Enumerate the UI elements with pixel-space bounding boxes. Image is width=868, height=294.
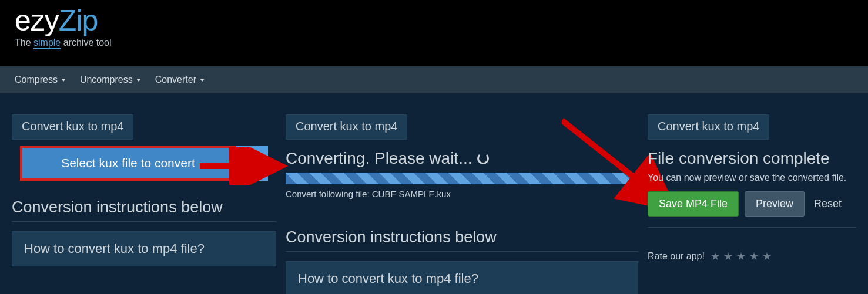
heart-icon: ♡ [247, 156, 257, 170]
star-icon[interactable]: ★ [711, 250, 720, 263]
save-button[interactable]: Save MP4 File [648, 191, 739, 217]
instructions-title: Conversion instructions below [12, 198, 276, 217]
logo[interactable]: ezyZip [15, 6, 853, 35]
divider [12, 221, 276, 222]
reset-button[interactable]: Reset [814, 198, 842, 210]
select-file-dropdown[interactable]: ♡ [236, 146, 268, 181]
spinner-icon [477, 153, 489, 164]
done-title: File conversion complete [648, 149, 856, 168]
nav-uncompress[interactable]: Uncompress [80, 75, 141, 85]
card-title: Convert kux to mp4 [648, 114, 769, 140]
progress-bar [286, 173, 638, 184]
rate-row: Rate our app! ★ ★ ★ ★ ★ [648, 250, 856, 263]
star-icon[interactable]: ★ [762, 250, 772, 263]
chevron-down-icon [61, 79, 66, 82]
status-title: Converting. Please wait... [286, 149, 638, 168]
file-line: Convert following file: CUBE SAMPLE.kux [286, 189, 638, 199]
chevron-down-icon [200, 79, 205, 82]
preview-button[interactable]: Preview [745, 191, 805, 217]
nav-compress[interactable]: Compress [15, 75, 66, 85]
accordion-how-to[interactable]: How to convert kux to mp4 file? [12, 231, 276, 266]
card-title: Convert kux to mp4 [12, 114, 133, 140]
star-icon[interactable]: ★ [723, 250, 733, 263]
tagline: The simple archive tool [15, 38, 853, 48]
divider [648, 227, 856, 228]
brand-header: ezyZip The simple archive tool [0, 0, 868, 66]
divider [286, 251, 638, 252]
nav-converter[interactable]: Converter [155, 75, 205, 85]
main-nav: Compress Uncompress Converter [0, 66, 868, 93]
instructions-title: Conversion instructions below [286, 228, 638, 246]
card-title: Convert kux to mp4 [286, 114, 407, 140]
select-file-button[interactable]: Select kux file to convert [20, 146, 236, 181]
done-tip: You can now preview or save the converte… [648, 173, 856, 183]
accordion-how-to[interactable]: How to convert kux to mp4 file? [286, 261, 638, 294]
rate-label: Rate our app! [648, 251, 705, 262]
chevron-down-icon [136, 79, 141, 82]
star-icon[interactable]: ★ [736, 250, 746, 263]
logo-ezy: ezy [15, 4, 59, 37]
star-rating: ★ ★ ★ ★ ★ [711, 250, 772, 263]
star-icon[interactable]: ★ [749, 250, 759, 263]
logo-zip: Zip [59, 4, 98, 37]
